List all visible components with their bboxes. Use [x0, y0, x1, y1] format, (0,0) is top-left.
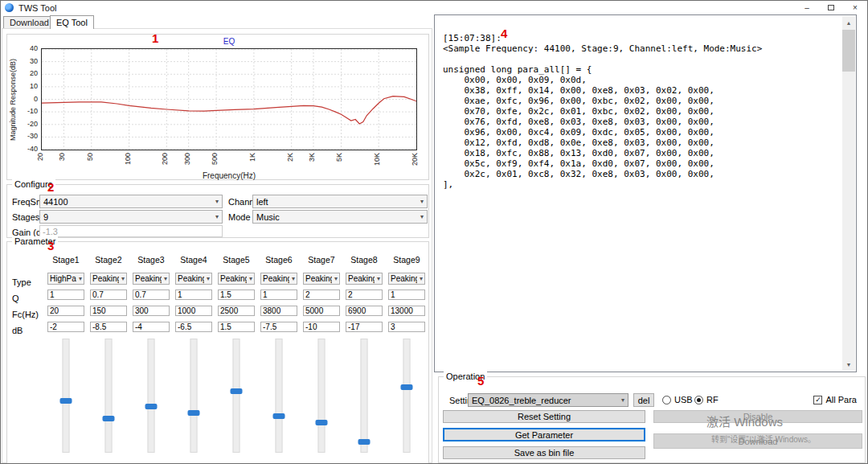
- stage3-q-input[interactable]: [133, 289, 170, 300]
- stage3-fc-input[interactable]: [133, 306, 170, 316]
- stage5-q-input[interactable]: [218, 289, 255, 300]
- stage7-gain-slider[interactable]: [303, 339, 340, 453]
- y-tick-label: 10: [30, 82, 38, 90]
- log-scrollbar[interactable]: ▲ ▼: [842, 16, 855, 371]
- stage-column-6: Stage6 Peaking ▾: [260, 255, 297, 453]
- stage5-db-input[interactable]: [218, 322, 255, 332]
- close-button[interactable]: ×: [843, 1, 867, 14]
- x-tick-label: 30: [58, 153, 66, 161]
- stage2-fc-input[interactable]: [90, 306, 127, 316]
- stage1-fc-input[interactable]: [47, 306, 84, 316]
- stage8-gain-slider[interactable]: [346, 339, 383, 453]
- channel-select[interactable]: left ▾: [252, 195, 428, 208]
- gain-input[interactable]: [39, 225, 223, 237]
- stage2-type-select[interactable]: Peaking ▾: [90, 273, 127, 285]
- x-axis-label: Frequency(Hz): [41, 171, 417, 180]
- stage2-q-input[interactable]: [90, 289, 127, 300]
- usb-radio[interactable]: USB: [662, 395, 693, 404]
- stage4-db-input[interactable]: [175, 322, 212, 332]
- scroll-thumb[interactable]: [842, 30, 855, 72]
- slider-handle[interactable]: [316, 420, 328, 425]
- arrow-up-icon: ▲: [846, 20, 852, 26]
- stage6-q-input[interactable]: [260, 289, 297, 300]
- freqsmp-select[interactable]: 44100 ▾: [39, 195, 223, 208]
- stage9-type-select[interactable]: Peaking ▾: [388, 273, 425, 285]
- stage4-fc-input[interactable]: [175, 306, 212, 316]
- scroll-down-button[interactable]: ▼: [842, 358, 855, 371]
- save-bin-button[interactable]: Save as bin file: [443, 446, 645, 459]
- stage8-db-input[interactable]: [346, 322, 383, 332]
- eq-response-plot: [41, 48, 417, 150]
- stage-column-1: Stage1 HighPass ▾: [47, 255, 84, 453]
- stages-select[interactable]: 9 ▾: [39, 210, 223, 224]
- stage8-q-input[interactable]: [346, 289, 383, 300]
- stage3-db-input[interactable]: [133, 322, 170, 332]
- radio-dot-icon: [694, 396, 703, 404]
- setting-select[interactable]: EQ_0826_treble_reducer ▾: [468, 393, 628, 407]
- x-tick-label: 200: [161, 153, 169, 165]
- channel-value: left: [256, 197, 268, 207]
- stage5-fc-input[interactable]: [218, 306, 255, 316]
- slider-handle[interactable]: [273, 413, 285, 419]
- stage9-fc-input[interactable]: [388, 306, 425, 316]
- stage6-gain-slider[interactable]: [260, 339, 297, 453]
- all-para-checkbox[interactable]: ✓ All Para: [813, 395, 857, 404]
- stage2-gain-slider[interactable]: [90, 339, 127, 453]
- scroll-up-button[interactable]: ▲: [842, 16, 855, 29]
- slider-handle[interactable]: [188, 410, 200, 416]
- stage1-gain-slider[interactable]: [47, 339, 84, 453]
- slider-handle[interactable]: [231, 388, 243, 394]
- stage9-q-input[interactable]: [388, 289, 425, 300]
- stage5-gain-slider[interactable]: [218, 339, 255, 453]
- stage1-db-input[interactable]: [47, 322, 84, 332]
- minimize-button[interactable]: –: [795, 1, 819, 14]
- stage6-type-select[interactable]: Peaking ▾: [260, 273, 297, 285]
- stage4-type-select[interactable]: Peaking ▾: [175, 273, 212, 285]
- chevron-down-icon: ▾: [204, 275, 210, 282]
- stage8-type-select[interactable]: Peaking ▾: [346, 273, 383, 285]
- slider-handle[interactable]: [60, 398, 72, 404]
- slider-handle[interactable]: [103, 416, 115, 421]
- stage7-q-input[interactable]: [303, 289, 340, 300]
- x-tick-label: 100: [124, 153, 132, 165]
- stage6-fc-input[interactable]: [260, 306, 297, 316]
- annotation-3: 3: [47, 239, 54, 253]
- get-parameter-button[interactable]: Get Parameter: [443, 428, 645, 441]
- stage1-type-select[interactable]: HighPass ▾: [47, 273, 84, 285]
- stage3-type-select[interactable]: Peaking ▾: [133, 273, 170, 285]
- stage4-gain-slider[interactable]: [175, 339, 212, 453]
- reset-setting-button[interactable]: Reset Setting: [443, 410, 645, 423]
- log-output-panel[interactable]: [15:07:38]: <Sample Frequency: 44100, St…: [434, 14, 857, 372]
- stage7-fc-input[interactable]: [303, 306, 340, 316]
- stage1-q-input[interactable]: [47, 289, 84, 300]
- stage5-type-select[interactable]: Peaking ▾: [218, 273, 255, 285]
- stage8-fc-input[interactable]: [346, 306, 383, 316]
- maximize-button[interactable]: [819, 1, 843, 14]
- del-button[interactable]: del: [633, 393, 654, 407]
- window-title: TWS Tool: [18, 3, 56, 13]
- stage4-q-input[interactable]: [175, 289, 212, 300]
- stage3-gain-slider[interactable]: [133, 339, 170, 453]
- mode-select[interactable]: Music ▾: [252, 210, 428, 224]
- stage7-db-input[interactable]: [303, 322, 340, 332]
- stage7-type-select[interactable]: Peaking ▾: [303, 273, 340, 285]
- stage-header: Stage2: [90, 255, 127, 265]
- download-button[interactable]: Download: [653, 433, 862, 449]
- stage2-db-input[interactable]: [90, 322, 127, 332]
- x-tick-label: 10K: [373, 153, 381, 166]
- rf-radio[interactable]: RF: [694, 395, 719, 404]
- minimize-icon: –: [805, 3, 809, 12]
- y-tick-label: -10: [27, 107, 38, 115]
- slider-handle[interactable]: [401, 384, 413, 390]
- slider-track: [318, 339, 326, 453]
- disable-button[interactable]: Disable: [653, 410, 862, 423]
- slider-handle[interactable]: [145, 404, 158, 409]
- chevron-down-icon: ▾: [417, 275, 423, 282]
- stage9-db-input[interactable]: [388, 322, 425, 332]
- tab-eq-tool[interactable]: EQ Tool: [50, 15, 94, 29]
- checkmark-icon: ✓: [813, 396, 822, 404]
- stage6-db-input[interactable]: [260, 322, 297, 332]
- slider-handle[interactable]: [358, 439, 371, 445]
- eq-chart-panel: EQ Magnitude Response(dB) Frequency(Hz) …: [6, 34, 429, 180]
- stage9-gain-slider[interactable]: [388, 339, 425, 453]
